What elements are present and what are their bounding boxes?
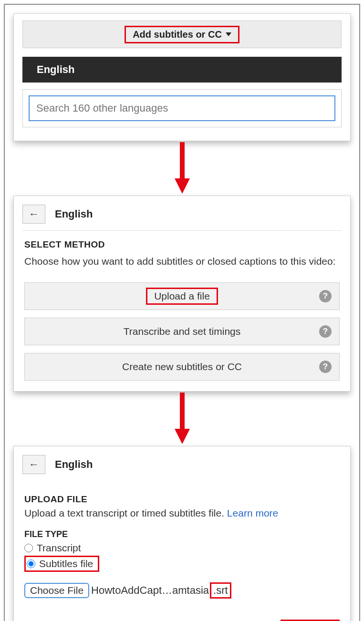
back-button[interactable]: ← xyxy=(22,455,45,474)
method-upload-label: Upload a file xyxy=(154,290,210,301)
highlight-file-extension: .srt xyxy=(210,582,231,599)
panel2-language-title: English xyxy=(55,208,93,220)
radio-subtitles-row[interactable]: Subtitles file xyxy=(24,556,99,572)
method-create-label: Create new subtitles or CC xyxy=(122,361,242,373)
radio-transcript-label: Transcript xyxy=(37,542,81,554)
upload-file-description: Upload a text transcript or timed subtit… xyxy=(24,507,340,519)
highlight-add-subtitles: Add subtitles or CC xyxy=(125,26,239,43)
selected-language-row[interactable]: English xyxy=(22,57,342,83)
language-search-container xyxy=(22,89,342,127)
flow-arrow-1 xyxy=(13,142,351,195)
help-icon[interactable]: ? xyxy=(319,361,332,373)
select-method-description: Choose how you want to add subtitles or … xyxy=(24,255,340,268)
tutorial-frame: Add subtitles or CC English ← English SE… xyxy=(4,4,360,621)
radio-subtitles-label: Subtitles file xyxy=(39,558,93,569)
panel3-header: ← English xyxy=(14,446,350,481)
language-search-input[interactable] xyxy=(29,95,335,121)
select-method-heading: SELECT METHOD xyxy=(24,239,340,250)
choose-file-button[interactable]: Choose File xyxy=(24,583,89,598)
add-subtitles-label: Add subtitles or CC xyxy=(133,29,222,40)
learn-more-link[interactable]: Learn more xyxy=(227,507,278,518)
method-transcribe-label: Transcribe and set timings xyxy=(124,326,241,337)
chosen-file-name: HowtoAddCapt…amtasia xyxy=(91,584,209,597)
panel-upload-file: ← English UPLOAD FILE Upload a text tran… xyxy=(13,446,351,621)
method-transcribe[interactable]: Transcribe and set timings ? xyxy=(24,318,340,345)
radio-transcript[interactable] xyxy=(24,544,33,552)
file-type-heading: FILE TYPE xyxy=(24,529,340,539)
arrow-left-icon: ← xyxy=(29,209,39,219)
panel3-language-title: English xyxy=(55,458,93,471)
chosen-file-line: Choose File HowtoAddCapt…amtasia.srt xyxy=(24,582,340,599)
chevron-down-icon xyxy=(226,32,231,36)
svg-marker-3 xyxy=(175,429,190,444)
help-icon[interactable]: ? xyxy=(319,325,332,338)
flow-arrow-2 xyxy=(13,393,351,445)
radio-transcript-row[interactable]: Transcript xyxy=(24,542,340,554)
method-create-new[interactable]: Create new subtitles or CC ? xyxy=(24,353,340,381)
upload-file-heading: UPLOAD FILE xyxy=(24,494,340,505)
method-upload-file[interactable]: Upload a file ? xyxy=(24,282,340,310)
svg-marker-1 xyxy=(175,178,190,194)
panel-language-picker: Add subtitles or CC English xyxy=(13,13,351,141)
back-button[interactable]: ← xyxy=(22,205,45,224)
panel-select-method: ← English SELECT METHOD Choose how you w… xyxy=(13,196,351,392)
selected-language-label: English xyxy=(37,63,74,75)
arrow-left-icon: ← xyxy=(29,459,39,470)
add-subtitles-dropdown[interactable]: Add subtitles or CC xyxy=(22,21,342,48)
help-icon[interactable]: ? xyxy=(319,290,332,302)
radio-subtitles[interactable] xyxy=(27,559,35,568)
highlight-upload-file: Upload a file xyxy=(146,288,218,305)
panel2-header: ← English xyxy=(14,196,350,230)
